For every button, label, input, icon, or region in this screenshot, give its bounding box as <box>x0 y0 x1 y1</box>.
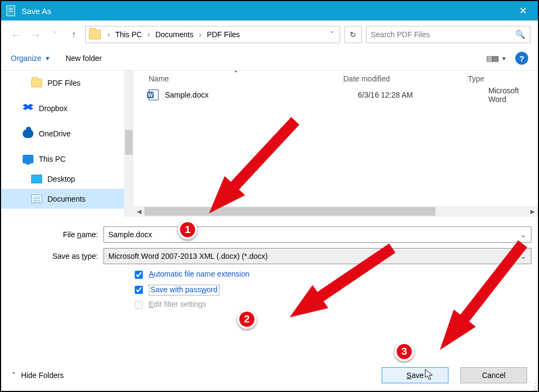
monitor-icon <box>23 155 33 163</box>
tree-item-documents[interactable]: Documents <box>1 189 134 209</box>
nav-forward-icon: → <box>28 29 43 41</box>
nav-back-icon[interactable]: ← <box>9 29 24 41</box>
search-placeholder: Search PDF Files <box>371 30 430 39</box>
breadcrumb-pdf-files[interactable]: PDF Files <box>207 30 240 39</box>
address-bar[interactable]: › This PC › Documents › PDF Files ˅ <box>85 26 340 43</box>
dropbox-icon <box>23 104 33 113</box>
search-icon: 🔍 <box>515 30 526 39</box>
close-icon[interactable]: ✕ <box>514 3 533 19</box>
tree-item-dropbox[interactable]: Dropbox <box>1 98 134 118</box>
nav-tree: PDF Files Dropbox OneDrive This PC Deskt… <box>1 71 134 217</box>
bottom-bar: ˄ Hide Folders Save Cancel <box>2 361 537 390</box>
organize-menu[interactable]: Organize ▼ <box>11 54 51 63</box>
toolbar: Organize ▼ New folder ▤▦ ▼ ? <box>1 47 538 70</box>
folder-icon <box>89 30 101 39</box>
save-button[interactable]: Save <box>382 367 448 383</box>
check-edit-filter: Edit filter settings <box>133 300 273 311</box>
chevron-up-icon: ˄ <box>12 371 16 380</box>
check-auto-extension[interactable]: Automatic file name extension <box>133 270 273 280</box>
type-dropdown-icon[interactable]: ⌄ <box>520 252 527 260</box>
tree-item-pdf-files[interactable]: PDF Files <box>1 73 134 93</box>
checkbox-edit-filter <box>135 301 143 309</box>
scroll-right-icon[interactable]: ▶ <box>527 206 538 217</box>
view-options-button[interactable]: ▤▦ ▼ <box>486 54 507 63</box>
desktop-icon <box>31 175 42 183</box>
nav-up-icon[interactable]: ↑ <box>67 29 81 40</box>
file-type: Microsoft Word <box>488 86 538 104</box>
title-bar: Save As ✕ <box>1 1 538 20</box>
file-name-label: File name: <box>8 230 103 239</box>
resize-grip-icon[interactable]: .:.::.::: <box>533 380 536 390</box>
search-input[interactable]: Search PDF Files 🔍 <box>366 26 530 43</box>
explorer-area: PDF Files Dropbox OneDrive This PC Deskt… <box>1 70 538 217</box>
file-date: 6/3/16 12:28 AM <box>358 91 482 99</box>
col-name[interactable]: Name <box>143 74 343 83</box>
folder-icon <box>31 79 42 87</box>
file-list: ˄ Name Date modified Type Sample.docx 6/… <box>134 71 538 217</box>
hide-folders-toggle[interactable]: ˄ Hide Folders <box>12 371 64 380</box>
help-button[interactable]: ? <box>515 52 528 65</box>
window-title: Save As <box>22 6 51 16</box>
annotation-badge-2: 2 <box>237 310 257 329</box>
chevron-right-icon: › <box>199 30 202 39</box>
window-icon <box>6 5 15 16</box>
address-dropdown-icon[interactable]: ˅ <box>328 30 336 39</box>
check-save-password[interactable]: Save with password <box>133 285 273 295</box>
file-name: Sample.docx <box>165 91 351 99</box>
documents-icon <box>31 195 42 203</box>
filename-dropdown-icon[interactable]: ⌄ <box>520 230 527 239</box>
refresh-button[interactable]: ↻ <box>344 26 362 43</box>
file-name-input[interactable]: Sample.docx ⌄ <box>103 226 531 243</box>
chevron-right-icon: › <box>147 30 150 39</box>
col-date[interactable]: Date modified <box>343 74 467 83</box>
save-type-select[interactable]: Microsoft Word 2007-2013 XML (.docx) (*.… <box>103 248 531 264</box>
tree-scrollbar[interactable] <box>124 71 134 217</box>
file-row[interactable]: Sample.docx 6/3/16 12:28 AM Microsoft Wo… <box>134 87 538 103</box>
tree-item-this-pc[interactable]: This PC <box>1 149 134 169</box>
tree-item-onedrive[interactable]: OneDrive <box>1 123 134 143</box>
nav-recent-dropdown[interactable]: ˅ <box>47 31 63 38</box>
scroll-left-icon[interactable]: ◀ <box>134 206 144 217</box>
col-type[interactable]: Type <box>468 74 538 83</box>
checkbox-save-password[interactable] <box>135 286 143 294</box>
file-hscrollbar[interactable]: ◀ ▶ <box>134 206 538 217</box>
cancel-button[interactable]: Cancel <box>460 367 527 383</box>
address-row: ← → ˅ ↑ › This PC › Documents › PDF File… <box>1 20 538 47</box>
tree-item-desktop[interactable]: Desktop <box>1 169 134 189</box>
save-type-label: Save as type: <box>8 252 103 260</box>
view-list-icon: ▤▦ <box>486 54 498 63</box>
save-form: File name: Sample.docx ⌄ Save as type: M… <box>1 217 538 311</box>
checkbox-auto-extension[interactable] <box>135 271 143 279</box>
new-folder-button[interactable]: New folder <box>66 54 102 63</box>
chevron-down-icon: ▼ <box>501 56 507 61</box>
column-headers[interactable]: Name Date modified Type <box>134 71 538 87</box>
annotation-badge-3: 3 <box>395 342 414 361</box>
chevron-right-icon: › <box>107 30 110 39</box>
breadcrumb-documents[interactable]: Documents <box>155 30 194 39</box>
breadcrumb-this-pc[interactable]: This PC <box>115 30 142 39</box>
word-file-icon <box>149 90 158 100</box>
chevron-down-icon: ▼ <box>45 55 51 61</box>
onedrive-icon <box>23 129 33 138</box>
